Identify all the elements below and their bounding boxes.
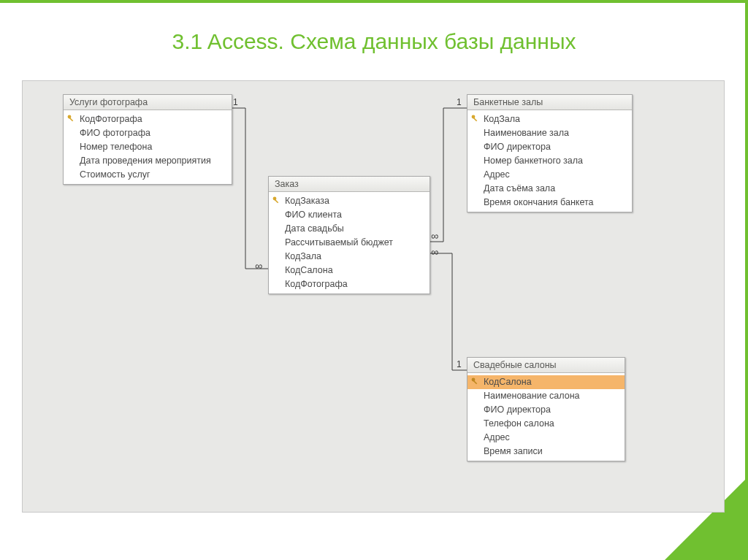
field-label: КодФотографа: [285, 279, 348, 289]
field-label: Телефон салона: [484, 418, 554, 429]
field[interactable]: ФИО фотографа: [64, 126, 232, 140]
table-fields: КодСалона Наименование салона ФИО директ…: [468, 373, 625, 461]
field[interactable]: Номер банкетного зала: [468, 154, 632, 168]
field[interactable]: Адрес: [468, 431, 625, 445]
svg-rect-14: [473, 118, 477, 121]
field[interactable]: ФИО клиента: [269, 208, 430, 222]
field[interactable]: ФИО директора: [468, 403, 625, 417]
field[interactable]: Телефон салона: [468, 417, 625, 431]
field-label: Дата проведения мероприятия: [80, 156, 211, 166]
rel-label-one: 1: [457, 359, 462, 369]
field-label: КодЗаказа: [285, 196, 329, 206]
field-pk[interactable]: КодЗаказа: [269, 194, 430, 208]
table-title: Услуги фотографа: [64, 95, 232, 110]
field[interactable]: КодФотографа: [269, 277, 430, 291]
field-label: ФИО директора: [484, 142, 551, 152]
field[interactable]: Наименование зала: [468, 126, 632, 140]
table-title: Заказ: [269, 177, 430, 192]
field-label: ФИО фотографа: [80, 128, 150, 138]
field-label: Стоимость услуг: [80, 169, 150, 180]
diagram-canvas: 1 ∞ ∞ 1 ∞ 1 Услуги фотографа КодФотограф…: [22, 80, 725, 513]
field-label: КодФотографа: [80, 114, 142, 124]
field[interactable]: ФИО директора: [468, 140, 632, 154]
table-fields: КодФотографа ФИО фотографа Номер телефон…: [64, 110, 232, 184]
field-label: Время окончания банкета: [484, 197, 594, 207]
table-title: Свадебные салоны: [468, 358, 625, 373]
field[interactable]: Время окончания банкета: [468, 196, 632, 210]
rel-label-one: 1: [233, 97, 238, 107]
field-label: Адрес: [484, 432, 510, 442]
field-pk[interactable]: КодФотографа: [64, 112, 232, 126]
svg-point-9: [68, 115, 72, 119]
field-label: Наименование зала: [484, 128, 569, 138]
field[interactable]: Рассчитываемый бюджет: [269, 236, 430, 250]
key-icon: [471, 377, 479, 386]
rel-label-many: ∞: [255, 260, 262, 272]
table-order[interactable]: Заказ КодЗаказа ФИО клиента Дата свадьбы…: [268, 176, 430, 294]
field-pk[interactable]: КодЗала: [468, 112, 632, 126]
field-label: ФИО клиента: [285, 210, 342, 220]
field-label: Время записи: [484, 446, 543, 456]
field[interactable]: Стоимость услуг: [64, 168, 232, 182]
table-halls[interactable]: Банкетные залы КодЗала Наименование зала…: [467, 94, 633, 212]
key-icon: [67, 115, 75, 123]
field[interactable]: Дата съёма зала: [468, 182, 632, 196]
field-label: Дата свадьбы: [285, 223, 344, 234]
field-pk-selected[interactable]: КодСалона: [468, 375, 625, 389]
field[interactable]: Наименование салона: [468, 389, 625, 403]
table-fields: КодЗаказа ФИО клиента Дата свадьбы Рассч…: [269, 192, 430, 294]
table-photo[interactable]: Услуги фотографа КодФотографа ФИО фотогр…: [63, 94, 232, 185]
field-label: Номер телефона: [80, 142, 152, 152]
field[interactable]: Адрес: [468, 168, 632, 182]
rel-label-one: 1: [457, 97, 462, 107]
key-icon: [272, 196, 280, 204]
svg-rect-12: [275, 199, 278, 203]
field-label: ФИО директора: [484, 404, 551, 415]
rel-label-many: ∞: [431, 246, 438, 258]
field-label: Адрес: [484, 169, 510, 180]
field[interactable]: КодЗала: [269, 250, 430, 264]
field[interactable]: Дата свадьбы: [269, 222, 430, 236]
field-label: КодСалона: [285, 265, 333, 275]
svg-rect-16: [473, 380, 477, 384]
table-salons[interactable]: Свадебные салоны КодСалона Наименование …: [467, 357, 625, 461]
table-fields: КодЗала Наименование зала ФИО директора …: [468, 110, 632, 212]
svg-rect-10: [69, 118, 73, 121]
field[interactable]: Дата проведения мероприятия: [64, 154, 232, 168]
field-label: КодСалона: [484, 377, 532, 387]
table-title: Банкетные залы: [468, 95, 632, 110]
field-label: Рассчитываемый бюджет: [285, 237, 393, 248]
field-label: Номер банкетного зала: [484, 156, 583, 166]
field[interactable]: КодСалона: [269, 264, 430, 277]
key-icon: [471, 115, 479, 123]
field[interactable]: Номер телефона: [64, 140, 232, 154]
field-label: Дата съёма зала: [484, 183, 555, 193]
field-label: Наименование салона: [484, 391, 580, 401]
rel-label-many: ∞: [431, 230, 438, 242]
field-label: КодЗала: [484, 114, 520, 124]
page-title: 3.1 Access. Схема данных базы данных: [0, 29, 748, 54]
field[interactable]: Время записи: [468, 445, 625, 459]
field-label: КодЗала: [285, 251, 321, 261]
